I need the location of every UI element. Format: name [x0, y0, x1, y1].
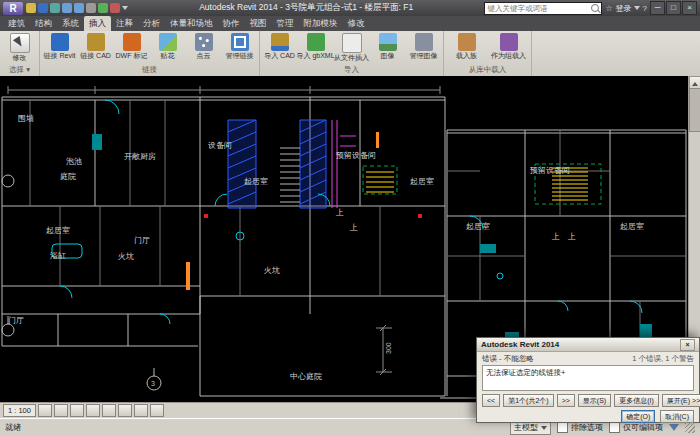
window-title: Autodesk Revit 2014 - 3号院单元组合-试1 - 楼层平面:…	[131, 2, 481, 14]
manage-links-icon	[231, 33, 249, 51]
application-menu-button[interactable]: R	[3, 2, 23, 15]
minimize-button[interactable]: ─	[650, 1, 665, 15]
tab-modify[interactable]: 修改	[343, 16, 370, 31]
search-icon[interactable]	[591, 4, 599, 12]
shadows-icon[interactable]	[86, 404, 100, 417]
status-text: 就绪	[5, 422, 21, 433]
default-3d-view-icon[interactable]	[110, 3, 120, 13]
room-label: 泡池	[66, 157, 82, 166]
tab-insert[interactable]: 插入	[84, 16, 111, 31]
maximize-button[interactable]: □	[666, 1, 681, 15]
image-button[interactable]: 图像	[370, 32, 405, 60]
show-crop-region-icon[interactable]	[118, 404, 132, 417]
qat-customize-chevron-icon[interactable]	[122, 6, 128, 13]
manage-images-icon	[415, 33, 433, 51]
visual-style-icon[interactable]	[54, 404, 68, 417]
room-label: 中心庭院	[290, 372, 322, 381]
room-label: 预留设备间	[336, 151, 376, 160]
ribbon-tab-bar: 建筑 结构 系统 插入 注释 分析 体量和场地 协作 视图 管理 附加模块 修改	[0, 16, 700, 31]
error-position-label: 第1个(共2个)	[503, 394, 553, 407]
stair-up-label: 上	[349, 223, 358, 232]
next-error-button[interactable]: >>	[557, 394, 575, 407]
room-label: 开敞厨房	[124, 152, 156, 161]
ribbon-empty-area	[532, 31, 700, 76]
expand-button[interactable]: 展开(E) >>	[662, 394, 700, 407]
decal-button[interactable]: 贴花	[150, 32, 185, 60]
tab-analyze[interactable]: 分析	[138, 16, 165, 31]
link-cad-button[interactable]: 链接 CAD	[78, 32, 113, 60]
error-message-box[interactable]: 无法保证选定的线链接+	[482, 365, 694, 391]
tab-view[interactable]: 视图	[245, 16, 272, 31]
stair-up-label: 上	[567, 232, 576, 241]
error-dialog-title-bar[interactable]: Autodesk Revit 2014 ×	[477, 338, 699, 352]
import-gbxml-button[interactable]: 导入 gbXML	[298, 32, 333, 60]
crop-view-icon[interactable]	[102, 404, 116, 417]
link-revit-button[interactable]: 链接 Revit	[42, 32, 77, 60]
sun-path-icon[interactable]	[70, 404, 84, 417]
print-icon[interactable]	[86, 3, 96, 13]
room-label: 起居室	[46, 226, 70, 235]
tab-architecture[interactable]: 建筑	[3, 16, 30, 31]
tab-massing-site[interactable]: 体量和场地	[165, 16, 218, 31]
dialog-close-button[interactable]: ×	[680, 339, 695, 351]
room-label: 门厅	[8, 316, 24, 325]
save-icon[interactable]	[38, 3, 48, 13]
tab-annotate[interactable]: 注释	[111, 16, 138, 31]
manage-images-button[interactable]: 管理图像	[406, 32, 441, 60]
tab-addins[interactable]: 附加模块	[299, 16, 343, 31]
measure-icon[interactable]	[98, 3, 108, 13]
error-dialog-title: Autodesk Revit 2014	[481, 340, 680, 349]
load-family-button[interactable]: 载入族	[446, 32, 487, 60]
room-label: 起居室	[244, 177, 268, 186]
grid-bubble-label: 3	[151, 380, 155, 387]
image-icon	[379, 33, 397, 51]
reveal-hidden-elements-icon[interactable]	[150, 404, 164, 417]
import-cad-button[interactable]: 导入 CAD	[262, 32, 297, 60]
error-dialog-header: 错误 - 不能忽略 1 个错误, 1 个警告	[477, 352, 699, 365]
manage-links-button[interactable]: 管理链接	[222, 32, 257, 60]
cancel-button[interactable]: 取消(C)	[660, 410, 694, 423]
vertical-scroll-thumb[interactable]	[689, 88, 700, 132]
ok-button[interactable]: 确定(O)	[621, 410, 655, 423]
sign-in-button[interactable]: 登录	[616, 3, 640, 14]
help-icon[interactable]: ?	[643, 2, 647, 15]
previous-error-button[interactable]: <<	[482, 394, 500, 407]
favorites-icon[interactable]: ☆	[605, 2, 612, 15]
reserved-equipment-highlight-center[interactable]	[363, 166, 397, 194]
tab-collaborate[interactable]: 协作	[218, 16, 245, 31]
load-as-group-button[interactable]: 作为组载入	[488, 32, 529, 60]
modify-cursor-icon	[10, 33, 30, 53]
temporary-hide-isolate-icon[interactable]	[134, 404, 148, 417]
tab-structure[interactable]: 结构	[30, 16, 57, 31]
detail-level-icon[interactable]	[38, 404, 52, 417]
insert-from-file-button[interactable]: 从文件插入	[334, 32, 369, 62]
dwf-markup-button[interactable]: DWF 标记	[114, 32, 149, 60]
show-button[interactable]: 显示(S)	[578, 394, 611, 407]
tab-manage[interactable]: 管理	[272, 16, 299, 31]
tab-systems[interactable]: 系统	[57, 16, 84, 31]
close-button[interactable]: ×	[682, 1, 697, 15]
redo-icon[interactable]	[74, 3, 84, 13]
error-dialog-nav-row: << 第1个(共2个) >> 显示(S) 更多信息(I) 展开(E) >>	[477, 391, 699, 409]
room-label: 围墙	[18, 114, 34, 123]
decal-icon	[159, 33, 177, 51]
search-input[interactable]	[487, 4, 589, 13]
resize-grip[interactable]	[685, 423, 695, 433]
infocenter-search	[484, 2, 602, 15]
more-info-button[interactable]: 更多信息(I)	[614, 394, 659, 407]
filter-icon[interactable]	[669, 424, 679, 431]
modify-button[interactable]: 修改	[2, 32, 37, 62]
red-cad-marks	[204, 214, 422, 218]
open-file-icon[interactable]	[26, 3, 36, 13]
top-dimension-line	[8, 86, 440, 94]
sync-icon[interactable]	[50, 3, 60, 13]
sign-in-chevron-icon	[634, 6, 640, 13]
point-cloud-button[interactable]: 点云	[186, 32, 221, 60]
import-gbxml-icon	[307, 33, 325, 51]
panel-select: 修改 选择 ▾	[0, 31, 40, 76]
panel-select-caption[interactable]: 选择 ▾	[2, 64, 37, 76]
room-label: 火坑	[264, 266, 280, 275]
undo-icon[interactable]	[62, 3, 72, 13]
room-label: 火坑	[118, 252, 134, 261]
view-scale-button[interactable]: 1 : 100	[3, 404, 36, 417]
